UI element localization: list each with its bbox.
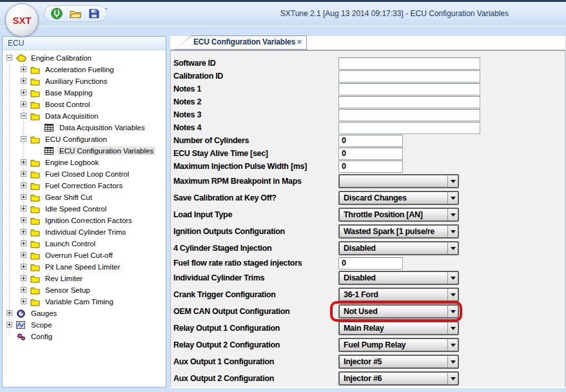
dropdown-aux-output-2-configuration[interactable]: Injector #6	[338, 371, 459, 386]
dropdown-arrow-icon[interactable]	[447, 242, 458, 254]
expand-toggle-icon[interactable]	[21, 299, 26, 304]
expand-toggle-icon[interactable]	[21, 264, 26, 270]
expand-toggle-icon[interactable]	[21, 194, 26, 200]
dropdown-arrow-icon[interactable]	[447, 356, 458, 368]
collapse-toggle-icon[interactable]	[21, 113, 26, 119]
tree-item-variable-cam-timing[interactable]: Variable Cam Timing	[3, 296, 166, 308]
expand-toggle-icon[interactable]	[21, 171, 26, 177]
tree-item-ignition-correction-factors[interactable]: Ignition Correction Factors	[3, 215, 166, 226]
tree-item-engine-logbook[interactable]: Engine Logbook	[3, 157, 166, 168]
expand-toggle-icon[interactable]	[21, 275, 26, 281]
tree-item-pit-lane-speed-limiter[interactable]: Pit Lane Speed Limiter	[3, 261, 166, 273]
expand-toggle-icon[interactable]	[21, 240, 26, 246]
dropdown-arrow-icon[interactable]	[447, 339, 458, 351]
tree-item-rev-limiter[interactable]: Rev Limiter	[3, 273, 166, 284]
dropdown-arrow-icon[interactable]	[447, 175, 458, 187]
app-logo-button[interactable]: SXT	[5, 3, 39, 37]
expand-toggle-icon[interactable]	[21, 252, 26, 258]
expand-toggle-icon[interactable]	[21, 229, 26, 235]
input-number-of-cylinders[interactable]	[338, 135, 403, 147]
tree-item-scope[interactable]: Scope	[3, 319, 166, 331]
tab-close-icon[interactable]: ×	[297, 37, 302, 46]
dropdown-maximum-rpm-breakpoint-in-maps[interactable]	[338, 174, 459, 188]
tree-item-gear-shift-cut[interactable]: Gear Shift Cut	[3, 191, 166, 203]
tree-item-auxiliary-functions[interactable]: Auxiliary Functions	[3, 75, 166, 87]
field-label: Individual Cylinder Trims	[173, 273, 338, 282]
tree-item-boost-control[interactable]: Boost Control	[3, 99, 166, 110]
tree-item-sensor-setup[interactable]: Sensor Setup	[3, 284, 166, 296]
dropdown-arrow-icon[interactable]	[447, 226, 458, 237]
dropdown-crank-trigger-configuration[interactable]: 36-1 Ford	[338, 288, 459, 302]
field-label: Calibration ID	[173, 72, 338, 81]
input-ecu-stay-alive-time-sec[interactable]	[338, 148, 403, 160]
dropdown-arrow-icon[interactable]	[447, 306, 458, 317]
input-notes-4[interactable]	[338, 122, 480, 134]
input-notes-3[interactable]	[338, 109, 480, 121]
folder-icon	[30, 274, 43, 283]
dropdown-oem-can-output-configuration[interactable]: Not Used	[338, 304, 459, 318]
dropdown-relay-output-2-configuration[interactable]: Fuel Pump Relay	[338, 338, 459, 352]
input-maximum-injection-pulse-width-ms[interactable]	[338, 161, 403, 173]
expand-toggle-icon[interactable]	[6, 310, 12, 316]
connect-icon[interactable]	[50, 7, 63, 20]
field-label: Software ID	[173, 59, 338, 68]
tree-item-base-mapping[interactable]: Base Mapping	[3, 87, 166, 99]
tree-item-data-acquisition-variables[interactable]: Data Acquisition Variables	[3, 122, 166, 133]
tree-item-engine-calibration[interactable]: Engine Calibration	[3, 52, 166, 64]
expand-toggle-icon[interactable]	[6, 322, 12, 328]
tree-item-config[interactable]: Config	[3, 331, 166, 342]
window-title: SXTune 2.1 [Aug 13 2014 09:17:33] - ECU …	[280, 9, 509, 18]
dropdown-save-calibration-at-key-off[interactable]: Discard Changes	[338, 191, 459, 205]
expand-toggle-icon[interactable]	[21, 78, 26, 84]
tree-item-gauges[interactable]: Gauges	[3, 308, 166, 319]
input-notes-1[interactable]	[338, 83, 480, 95]
tree-item-fuel-correction-factors[interactable]: Fuel Correction Factors	[3, 180, 166, 191]
tree-item-data-acquisition[interactable]: Data Acquisition	[3, 110, 166, 122]
expand-toggle-icon[interactable]	[21, 206, 26, 211]
dropdown-value: Disabled	[344, 244, 376, 253]
dropdown-arrow-icon[interactable]	[447, 322, 458, 334]
expand-toggle-icon[interactable]	[21, 66, 26, 72]
dropdown-aux-output-1-configuration[interactable]: Injector #5	[338, 355, 459, 369]
tree-item-idle-speed-control[interactable]: Idle Speed Control	[3, 203, 166, 215]
save-icon[interactable]	[88, 7, 101, 20]
input-fuel-flow-rate-ratio-staged-injectors[interactable]	[338, 257, 403, 270]
dropdown-arrow-icon[interactable]	[447, 272, 458, 284]
field-label: Save Calibration at Key Off?	[173, 193, 338, 202]
input-notes-2[interactable]	[338, 96, 480, 108]
dropdown-arrow-icon[interactable]	[447, 289, 458, 300]
dropdown-4-cylinder-staged-injection[interactable]: Disabled	[338, 241, 459, 255]
form-row-ignition-outputs-configuration: Ignition Outputs ConfigurationWasted Spa…	[171, 223, 565, 240]
open-file-icon[interactable]	[69, 7, 82, 20]
tree-item-overrun-fuel-cut-off[interactable]: Overrun Fuel Cut-off	[3, 250, 166, 261]
tab-ecu-configuration-variables[interactable]: ECU Configuration Variables ×	[174, 35, 307, 50]
dropdown-ignition-outputs-configuration[interactable]: Wasted Spark [1 pulse/re	[338, 224, 459, 239]
dropdown-load-input-type[interactable]: Throttle Position [AN]	[338, 208, 459, 222]
collapse-toggle-icon[interactable]	[21, 136, 26, 142]
dropdown-individual-cylinder-trims[interactable]: Disabled	[338, 271, 459, 285]
expand-toggle-icon[interactable]	[21, 287, 26, 293]
expand-toggle-icon[interactable]	[21, 90, 26, 95]
dropdown-relay-output-1-configuration[interactable]: Main Relay	[338, 321, 459, 335]
expand-toggle-icon[interactable]	[21, 159, 26, 165]
tree-item-label: ECU Configuration Variables	[57, 146, 155, 155]
tree-item-ecu-configuration-variables[interactable]: ECU Configuration Variables	[3, 145, 166, 157]
dropdown-value: Injector #6	[344, 374, 382, 383]
dropdown-arrow-icon[interactable]	[447, 209, 458, 220]
collapse-toggle-icon[interactable]	[6, 55, 12, 61]
tree-item-acceleration-fuelling[interactable]: Acceleration Fuelling	[3, 64, 166, 75]
tree-item-ecu-configuration[interactable]: ECU Configuration	[3, 133, 166, 145]
expand-toggle-icon[interactable]	[21, 217, 26, 223]
tree-item-individual-cylinder-trims[interactable]: Individual Cylinder Trims	[3, 226, 166, 238]
tree-item-label: Ignition Correction Factors	[43, 216, 134, 225]
tree-item-launch-control[interactable]: Launch Control	[3, 238, 166, 250]
tree-item-label: Sensor Setup	[43, 286, 92, 295]
dropdown-arrow-icon[interactable]	[447, 373, 458, 384]
expand-toggle-icon[interactable]	[21, 182, 26, 188]
input-software-id[interactable]	[338, 57, 480, 70]
dropdown-value: Not Used	[344, 307, 377, 316]
input-calibration-id[interactable]	[338, 70, 480, 83]
tree-item-fuel-closed-loop-control[interactable]: Fuel Closed Loop Control	[3, 168, 166, 180]
dropdown-arrow-icon[interactable]	[447, 192, 458, 204]
expand-toggle-icon[interactable]	[21, 101, 26, 107]
